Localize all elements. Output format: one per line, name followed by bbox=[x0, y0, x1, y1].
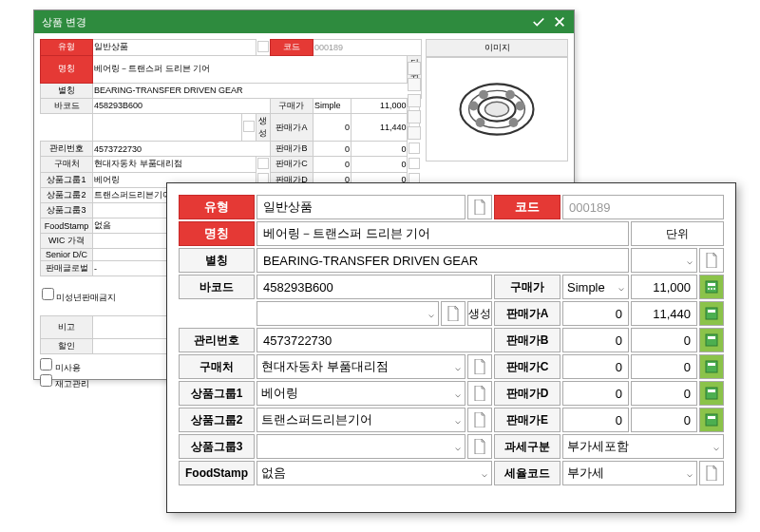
calc-icon[interactable] bbox=[699, 408, 724, 432]
vendor-label: 구매처 bbox=[179, 354, 255, 379]
image-panel-header: 이미지 bbox=[426, 39, 568, 57]
calc-icon[interactable] bbox=[699, 301, 724, 326]
close-icon[interactable] bbox=[553, 15, 566, 28]
back-name-value[interactable]: 베어링－트랜스퍼 드리븐 기어 bbox=[93, 55, 408, 83]
image-tool-icon[interactable] bbox=[408, 78, 421, 91]
alias-input[interactable]: BEARING-TRANSFER DRIVEN GEAR bbox=[256, 248, 629, 273]
back-code-value: 000189 bbox=[313, 40, 421, 56]
svg-point-6 bbox=[505, 90, 515, 100]
code-value: 000189 bbox=[562, 195, 724, 219]
priceA-label: 판매가A bbox=[494, 301, 560, 326]
svg-rect-10 bbox=[706, 281, 717, 293]
minor-checkbox[interactable] bbox=[42, 288, 54, 300]
back-purchase-value[interactable]: 11,000 bbox=[351, 98, 408, 114]
doc-icon[interactable] bbox=[243, 121, 255, 132]
svg-rect-20 bbox=[708, 363, 715, 366]
mgmt-label: 관리번호 bbox=[179, 328, 255, 352]
doc-icon[interactable] bbox=[467, 408, 492, 432]
mgmt-input[interactable]: 4573722730 bbox=[256, 328, 492, 352]
back-purchase-mode[interactable]: Simple bbox=[313, 98, 351, 114]
svg-point-5 bbox=[479, 90, 488, 100]
tax-select[interactable]: 부가세포함 bbox=[562, 434, 724, 459]
back-barcode-value[interactable]: 458293B600 bbox=[93, 98, 271, 114]
front-panel: 유형 일반상품 코드 000189 명칭 베어링－트랜스퍼 드리븐 기어 단위 … bbox=[166, 182, 736, 513]
svg-rect-15 bbox=[706, 308, 717, 319]
svg-point-7 bbox=[516, 102, 525, 111]
image-tool-icon[interactable] bbox=[408, 62, 421, 75]
calc-icon[interactable] bbox=[408, 142, 420, 154]
doc-icon[interactable] bbox=[441, 301, 466, 326]
svg-rect-23 bbox=[706, 414, 717, 426]
taxcode-select[interactable]: 부가세 bbox=[562, 461, 697, 485]
unit-button[interactable]: 단위 bbox=[631, 221, 724, 246]
inventory-checkbox[interactable] bbox=[40, 374, 52, 387]
doc-icon[interactable] bbox=[257, 41, 269, 52]
alias-select[interactable] bbox=[631, 248, 697, 273]
priceC-label: 판매가C bbox=[494, 354, 560, 379]
back-alias-value[interactable]: BEARING-TRANSFER DRIVEN GEAR bbox=[93, 83, 422, 98]
calc-icon[interactable] bbox=[699, 354, 724, 379]
vendor-select[interactable]: 현대자동차 부품대리점 bbox=[256, 354, 466, 379]
priceE-label: 판매가E bbox=[494, 408, 560, 432]
calc-icon[interactable] bbox=[699, 381, 724, 406]
grp3-label: 상품그룹3 bbox=[179, 434, 255, 459]
doc-icon[interactable] bbox=[699, 248, 724, 273]
generate-button[interactable]: 생성 bbox=[467, 301, 492, 326]
calc-icon[interactable] bbox=[408, 158, 420, 169]
type-label: 유형 bbox=[179, 195, 255, 219]
svg-point-3 bbox=[484, 102, 508, 116]
doc-icon[interactable] bbox=[467, 381, 492, 406]
unused-checkbox[interactable] bbox=[40, 358, 52, 370]
calc-icon[interactable] bbox=[699, 328, 724, 352]
foodstamp-select[interactable]: 없음 bbox=[256, 461, 492, 485]
svg-point-4 bbox=[469, 102, 479, 111]
doc-icon[interactable] bbox=[467, 434, 492, 459]
priceB-input-2[interactable]: 0 bbox=[631, 328, 697, 352]
grp3-select[interactable] bbox=[256, 434, 466, 459]
svg-point-12 bbox=[708, 288, 710, 290]
grp1-select[interactable]: 베어링 bbox=[256, 381, 466, 406]
purchase-value[interactable]: 11,000 bbox=[631, 275, 697, 299]
svg-point-13 bbox=[711, 288, 712, 290]
name-input[interactable]: 베어링－트랜스퍼 드리븐 기어 bbox=[256, 221, 629, 246]
doc-icon[interactable] bbox=[467, 354, 492, 379]
priceD-label: 판매가D bbox=[494, 381, 560, 406]
priceA-input-1[interactable]: 0 bbox=[562, 301, 629, 326]
back-alias-label: 별칭 bbox=[41, 83, 93, 98]
svg-rect-18 bbox=[708, 336, 715, 339]
doc-icon[interactable] bbox=[467, 195, 492, 219]
confirm-icon[interactable] bbox=[532, 15, 545, 28]
priceA-input-2[interactable]: 11,440 bbox=[631, 301, 697, 326]
image-tool-icon[interactable] bbox=[408, 126, 421, 140]
svg-rect-22 bbox=[708, 390, 715, 392]
back-type-value[interactable]: 일반상품 bbox=[93, 40, 256, 56]
grp1-label: 상품그룹1 bbox=[179, 381, 255, 406]
barcode-input[interactable]: 458293B600 bbox=[256, 275, 492, 299]
svg-rect-17 bbox=[706, 334, 717, 346]
product-image bbox=[449, 76, 544, 142]
svg-rect-11 bbox=[708, 283, 715, 286]
svg-rect-19 bbox=[706, 361, 717, 372]
back-gen-button[interactable]: 생성 bbox=[256, 114, 270, 142]
code-label: 코드 bbox=[494, 195, 560, 219]
type-input[interactable]: 일반상품 bbox=[256, 195, 466, 219]
svg-rect-21 bbox=[706, 388, 717, 399]
alias-label: 별칭 bbox=[179, 248, 255, 273]
svg-rect-16 bbox=[708, 310, 715, 313]
barcode-extra-select[interactable] bbox=[256, 301, 439, 326]
calc-icon[interactable] bbox=[699, 275, 724, 299]
image-tool-icon[interactable] bbox=[408, 94, 421, 107]
doc-icon[interactable] bbox=[257, 158, 269, 169]
priceB-label: 판매가B bbox=[494, 328, 560, 352]
doc-icon[interactable] bbox=[699, 461, 724, 485]
purchase-mode-select[interactable]: Simple bbox=[562, 275, 629, 299]
grp2-select[interactable]: 트랜스퍼드리븐기어 bbox=[256, 408, 466, 432]
svg-point-8 bbox=[509, 118, 519, 127]
priceB-input-1[interactable]: 0 bbox=[562, 328, 629, 352]
back-barcode-label: 바코드 bbox=[41, 98, 93, 114]
image-tool-icon[interactable] bbox=[408, 110, 421, 124]
foodstamp-label: FoodStamp bbox=[179, 461, 255, 485]
back-purchase-label: 구매가 bbox=[270, 98, 313, 114]
svg-point-9 bbox=[476, 118, 485, 127]
name-label: 명칭 bbox=[179, 221, 255, 246]
